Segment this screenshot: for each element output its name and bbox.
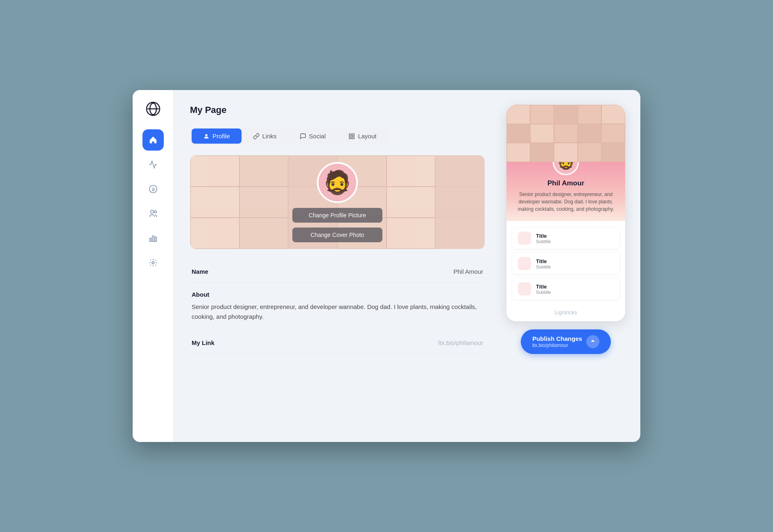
link-icon bbox=[518, 232, 531, 245]
list-item: Title Subtitle bbox=[512, 228, 619, 249]
link-icon bbox=[518, 282, 531, 295]
link-title: Title bbox=[536, 233, 551, 239]
phone-profile-area: 🧔 Phil Amour Senior product designer, en… bbox=[506, 162, 625, 221]
link-subtitle: Subtitle bbox=[536, 239, 551, 244]
name-label: Name bbox=[192, 268, 208, 275]
phone-mockup: 🧔 Phil Amour Senior product designer, en… bbox=[506, 105, 625, 321]
name-row: Name Phil Amour bbox=[190, 261, 485, 283]
link-icon bbox=[518, 257, 531, 270]
name-value: Phil Amour bbox=[453, 268, 483, 275]
svg-rect-14 bbox=[353, 137, 355, 139]
change-profile-picture-button[interactable]: Change Profile Picture bbox=[292, 208, 382, 223]
change-cover-photo-button[interactable]: Change Cover Photo bbox=[292, 228, 382, 242]
svg-rect-13 bbox=[349, 137, 351, 139]
svg-rect-8 bbox=[155, 237, 156, 241]
svg-point-4 bbox=[150, 210, 153, 213]
sidebar-item-analytics[interactable] bbox=[142, 228, 164, 249]
publish-btn-url: ltx.bio/philamour bbox=[532, 343, 568, 348]
link-title: Title bbox=[536, 284, 551, 290]
link-row: My Link ltx.bio/philamour bbox=[190, 332, 485, 354]
list-item: Title Subtitle bbox=[512, 253, 619, 274]
sidebar-item-earnings[interactable] bbox=[142, 178, 164, 200]
cover-overlay: 🧔 Change Profile Picture Change Cover Ph… bbox=[190, 156, 484, 249]
about-label: About bbox=[192, 291, 483, 298]
sidebar-item-home[interactable] bbox=[142, 129, 164, 151]
avatar: 🧔 bbox=[317, 162, 358, 203]
tab-layout[interactable]: Layout bbox=[337, 128, 388, 144]
svg-rect-11 bbox=[349, 134, 351, 136]
sidebar bbox=[133, 90, 174, 442]
page-title: My Page bbox=[190, 105, 485, 115]
link-label: My Link bbox=[192, 339, 215, 346]
phone-name: Phil Amour bbox=[547, 179, 584, 187]
phone-bio: Senior product designer, entrepreneur, a… bbox=[515, 191, 617, 213]
link-title: Title bbox=[536, 258, 551, 264]
tab-links[interactable]: Links bbox=[242, 128, 288, 144]
sidebar-item-settings[interactable] bbox=[142, 252, 164, 273]
main-content: My Page Profile Links Social Layout bbox=[174, 90, 501, 442]
sidebar-item-audience[interactable] bbox=[142, 203, 164, 224]
svg-rect-7 bbox=[152, 236, 154, 242]
phone-links: Title Subtitle Title Subtitle Title Su bbox=[506, 221, 625, 304]
svg-rect-12 bbox=[353, 134, 355, 136]
link-subtitle: Subtitle bbox=[536, 290, 551, 295]
svg-point-5 bbox=[154, 211, 156, 213]
publish-changes-button[interactable]: Publish Changes ltx.bio/philamour bbox=[521, 329, 611, 354]
app-logo bbox=[144, 100, 162, 118]
tab-profile[interactable]: Profile bbox=[192, 128, 242, 144]
link-value: ltx.bio/philamour bbox=[438, 339, 483, 346]
upload-icon bbox=[586, 335, 599, 348]
about-text: Senior product designer, entrepreneur, a… bbox=[192, 302, 483, 322]
svg-point-9 bbox=[152, 261, 154, 264]
sidebar-item-activity[interactable] bbox=[142, 154, 164, 175]
tab-bar: Profile Links Social Layout bbox=[190, 127, 389, 145]
svg-rect-6 bbox=[149, 238, 151, 241]
list-item: Title Subtitle bbox=[512, 278, 619, 300]
preview-panel: 🧔 Phil Amour Senior product designer, en… bbox=[501, 90, 640, 442]
phone-footer: Lightricks bbox=[506, 304, 625, 321]
phone-cover bbox=[506, 105, 625, 162]
tab-social[interactable]: Social bbox=[288, 128, 337, 144]
cover-photo-section: 🧔 Change Profile Picture Change Cover Ph… bbox=[190, 155, 485, 249]
publish-btn-label: Publish Changes bbox=[532, 335, 582, 343]
link-subtitle: Subtitle bbox=[536, 264, 551, 269]
svg-point-10 bbox=[205, 134, 207, 136]
about-section: About Senior product designer, entrepren… bbox=[190, 283, 485, 332]
